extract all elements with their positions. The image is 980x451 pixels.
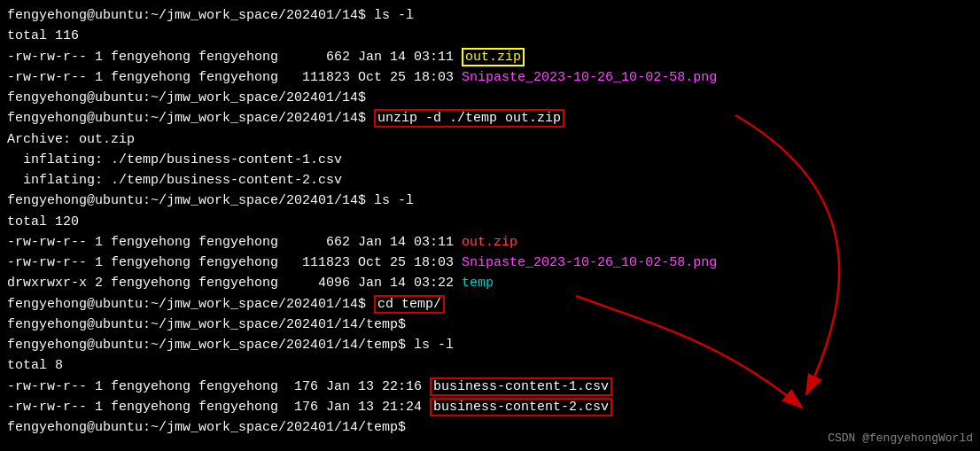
terminal-line: -rw-rw-r-- 1 fengyehong fengyehong 11182…: [7, 67, 973, 88]
terminal-line: fengyehong@ubuntu:~/jmw_work_space/20240…: [7, 88, 973, 108]
terminal-line: fengyehong@ubuntu:~/jmw_work_space/20240…: [7, 335, 973, 355]
terminal-line: inflating: ./temp/business-content-1.csv: [7, 150, 973, 170]
terminal-line: total 8: [7, 355, 973, 376]
line-text: -rw-rw-r-- 1 fengyehong fengyehong 11182…: [7, 255, 462, 270]
csv-file-1: business-content-1.csv: [430, 377, 612, 396]
line-text: -rw-rw-r-- 1 fengyehong fengyehong 662 J…: [7, 50, 462, 65]
terminal: fengyehong@ubuntu:~/jmw_work_space/20240…: [0, 0, 980, 443]
terminal-line: inflating: ./temp/business-content-2.csv: [7, 170, 973, 191]
terminal-line: -rw-rw-r-- 1 fengyehong fengyehong 11182…: [7, 253, 973, 273]
line-text: -rw-rw-r-- 1 fengyehong fengyehong 662 J…: [7, 235, 462, 250]
terminal-line: total 120: [7, 212, 973, 232]
temp-dir: temp: [462, 276, 494, 291]
cd-command: cd temp/: [374, 295, 445, 314]
png-file-2: Snipaste_2023-10-26_10-02-58.png: [462, 255, 717, 270]
terminal-line: fengyehong@ubuntu:~/jmw_work_space/20240…: [7, 5, 973, 26]
line-text: drwxrwxr-x 2 fengyehong fengyehong 4096 …: [7, 276, 462, 291]
terminal-line: -rw-rw-r-- 1 fengyehong fengyehong 662 J…: [7, 232, 973, 253]
terminal-line: fengyehong@ubuntu:~/jmw_work_space/20240…: [7, 108, 973, 128]
line-text: -rw-rw-r-- 1 fengyehong fengyehong 176 J…: [7, 379, 430, 394]
terminal-line: fengyehong@ubuntu:~/jmw_work_space/20240…: [7, 294, 973, 315]
terminal-line: -rw-rw-r-- 1 fengyehong fengyehong 176 J…: [7, 397, 973, 417]
terminal-line: fengyehong@ubuntu:~/jmw_work_space/20240…: [7, 191, 973, 211]
terminal-line: fengyehong@ubuntu:~/jmw_work_space/20240…: [7, 315, 973, 335]
terminal-line: -rw-rw-r-- 1 fengyehong fengyehong 176 J…: [7, 377, 973, 397]
watermark: CSDN @fengyehongWorld: [828, 430, 973, 447]
png-file: Snipaste_2023-10-26_10-02-58.png: [462, 70, 717, 85]
unzip-command: unzip -d ./temp out.zip: [374, 109, 564, 128]
out-zip-2: out.zip: [462, 235, 517, 250]
prompt: fengyehong@ubuntu:~/jmw_work_space/20240…: [7, 111, 374, 126]
terminal-line: Archive: out.zip: [7, 129, 973, 150]
line-text: -rw-rw-r-- 1 fengyehong fengyehong 11182…: [7, 70, 462, 85]
line-text: -rw-rw-r-- 1 fengyehong fengyehong 176 J…: [7, 400, 430, 415]
prompt: fengyehong@ubuntu:~/jmw_work_space/20240…: [7, 297, 374, 312]
csv-file-2: business-content-2.csv: [430, 398, 612, 416]
terminal-line: -rw-rw-r-- 1 fengyehong fengyehong 662 J…: [7, 47, 973, 67]
out-zip-highlight: out.zip: [462, 48, 525, 66]
terminal-line: total 116: [7, 26, 973, 46]
terminal-line: drwxrwxr-x 2 fengyehong fengyehong 4096 …: [7, 273, 973, 293]
